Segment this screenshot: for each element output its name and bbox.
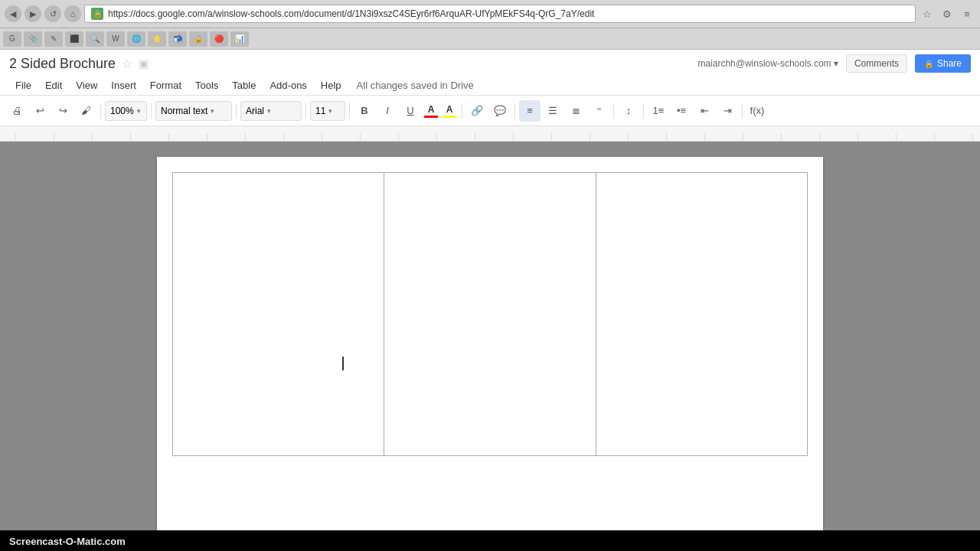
user-email[interactable]: maiarchh@winslow-schools.com ▾ xyxy=(697,58,838,69)
separator-10 xyxy=(742,103,743,119)
ext-icon-4[interactable]: ⬛ xyxy=(65,31,83,47)
menu-bar: File Edit View Insert Format Tools Table… xyxy=(9,76,971,95)
ext-icon-8[interactable]: ⭐ xyxy=(148,31,166,47)
docs-title-left: 2 Sided Brochure ☆ ▣ xyxy=(9,56,149,72)
document-area[interactable] xyxy=(0,142,980,530)
justify-button[interactable]: ⁼ xyxy=(588,100,609,122)
formula-button[interactable]: f(x) xyxy=(746,100,768,122)
screencast-bar: Screencast-O-Matic.com xyxy=(0,530,980,551)
style-chevron: ▾ xyxy=(211,107,214,115)
share-button[interactable]: 🔒 Share xyxy=(915,54,971,73)
ext-icon-6[interactable]: W xyxy=(106,31,125,47)
browser-chrome: ◀ ▶ ↺ ⌂ 🔒 https://docs.google.com/a/wins… xyxy=(0,0,980,28)
menu-button[interactable]: ≡ xyxy=(959,5,975,22)
menu-file[interactable]: File xyxy=(9,77,38,93)
separator-1 xyxy=(100,103,101,119)
document-table[interactable] xyxy=(172,172,808,456)
refresh-button[interactable]: ↺ xyxy=(44,5,61,22)
document-title: 2 Sided Brochure xyxy=(9,56,116,72)
docs-title-right: maiarchh@winslow-schools.com ▾ Comments … xyxy=(697,54,971,73)
line-spacing-button[interactable]: ↕ xyxy=(618,100,639,122)
table-cell-3[interactable] xyxy=(596,173,807,456)
font-size-dropdown[interactable]: 11 ▾ xyxy=(310,101,345,121)
forward-button[interactable]: ▶ xyxy=(24,5,41,22)
star-icon[interactable]: ☆ xyxy=(122,57,132,71)
separator-5 xyxy=(349,103,350,119)
separator-7 xyxy=(514,103,515,119)
redo-button[interactable]: ↪ xyxy=(52,100,74,122)
lock-icon: 🔒 xyxy=(91,8,103,20)
ext-icon-2[interactable]: 📎 xyxy=(24,31,42,47)
browser-action-buttons: ☆ ⚙ ≡ xyxy=(919,5,975,22)
ruler-marks xyxy=(0,126,980,141)
menu-view[interactable]: View xyxy=(70,77,103,93)
table-cell-2[interactable] xyxy=(384,173,596,456)
separator-8 xyxy=(613,103,614,119)
style-value: Normal text xyxy=(161,106,207,116)
align-left-button[interactable]: ≡ xyxy=(519,100,541,122)
extensions-bar: G 📎 ✎ ⬛ 🔍 W 🌐 ⭐ 📬 🔒 🔴 📊 xyxy=(0,28,980,50)
saved-status: All changes saved in Drive xyxy=(357,80,474,91)
font-value: Arial xyxy=(246,106,264,116)
menu-tools[interactable]: Tools xyxy=(189,77,224,93)
bold-button[interactable]: B xyxy=(354,100,375,122)
menu-table[interactable]: Table xyxy=(226,77,262,93)
text-color-bar xyxy=(424,116,438,118)
print-button[interactable]: 🖨 xyxy=(6,100,28,122)
comment-button[interactable]: 💬 xyxy=(489,100,511,122)
toolbar: 🖨 ↩ ↪ 🖌 100% ▾ Normal text ▾ Arial ▾ 11 … xyxy=(0,96,980,126)
browser-nav-bar: ◀ ▶ ↺ ⌂ 🔒 https://docs.google.com/a/wins… xyxy=(0,0,980,28)
underline-button[interactable]: U xyxy=(400,100,421,122)
bulleted-list-button[interactable]: •≡ xyxy=(671,100,692,122)
url-text: https://docs.google.com/a/winslow-school… xyxy=(108,8,594,19)
ext-icon-3[interactable]: ✎ xyxy=(44,31,63,47)
highlight-color-button[interactable]: A xyxy=(441,103,458,119)
ext-icon-11[interactable]: 🔴 xyxy=(210,31,228,47)
align-center-button[interactable]: ☰ xyxy=(542,100,564,122)
menu-insert[interactable]: Insert xyxy=(105,77,142,93)
folder-icon[interactable]: ▣ xyxy=(139,57,149,70)
ext-icon-1[interactable]: G xyxy=(3,31,21,47)
menu-help[interactable]: Help xyxy=(315,77,348,93)
font-size-value: 11 xyxy=(315,106,325,116)
link-button[interactable]: 🔗 xyxy=(466,100,488,122)
paint-format-button[interactable]: 🖌 xyxy=(75,100,96,122)
below-table-area[interactable] xyxy=(172,456,808,487)
ext-icon-12[interactable]: 📊 xyxy=(230,31,249,47)
ruler-inner xyxy=(0,126,980,141)
font-dropdown[interactable]: Arial ▾ xyxy=(240,101,302,121)
menu-format[interactable]: Format xyxy=(144,77,188,93)
text-cursor xyxy=(342,357,344,370)
extensions-button[interactable]: ⚙ xyxy=(939,5,956,22)
docs-container: 2 Sided Brochure ☆ ▣ maiarchh@winslow-sc… xyxy=(0,50,980,530)
zoom-dropdown[interactable]: 100% ▾ xyxy=(105,101,147,121)
increase-indent-button[interactable]: ⇥ xyxy=(717,100,738,122)
docs-header: 2 Sided Brochure ☆ ▣ maiarchh@winslow-sc… xyxy=(0,50,980,96)
back-button[interactable]: ◀ xyxy=(5,5,21,22)
comments-button[interactable]: Comments xyxy=(846,54,907,73)
bookmark-button[interactable]: ☆ xyxy=(919,5,936,22)
document-page[interactable] xyxy=(157,157,823,530)
zoom-chevron: ▾ xyxy=(137,107,141,115)
undo-button[interactable]: ↩ xyxy=(29,100,51,122)
italic-button[interactable]: I xyxy=(377,100,398,122)
url-bar[interactable]: 🔒 https://docs.google.com/a/winslow-scho… xyxy=(84,5,916,23)
ext-icon-10[interactable]: 🔒 xyxy=(189,31,207,47)
menu-addons[interactable]: Add-ons xyxy=(263,77,312,93)
table-cell-1[interactable] xyxy=(173,173,384,456)
size-chevron: ▾ xyxy=(328,107,332,115)
style-dropdown[interactable]: Normal text ▾ xyxy=(155,101,232,121)
share-lock-icon: 🔒 xyxy=(924,60,933,68)
separator-3 xyxy=(236,103,237,119)
screencast-label: Screencast-O-Matic.com xyxy=(9,536,126,547)
ext-icon-7[interactable]: 🌐 xyxy=(127,31,145,47)
decrease-indent-button[interactable]: ⇤ xyxy=(694,100,715,122)
ext-icon-5[interactable]: 🔍 xyxy=(86,31,104,47)
ext-icon-9[interactable]: 📬 xyxy=(168,31,187,47)
text-color-button[interactable]: A xyxy=(423,103,439,119)
home-button[interactable]: ⌂ xyxy=(64,5,81,22)
numbered-list-button[interactable]: 1≡ xyxy=(648,100,669,122)
zoom-value: 100% xyxy=(110,106,134,116)
align-right-button[interactable]: ≣ xyxy=(565,100,586,122)
menu-edit[interactable]: Edit xyxy=(39,77,68,93)
